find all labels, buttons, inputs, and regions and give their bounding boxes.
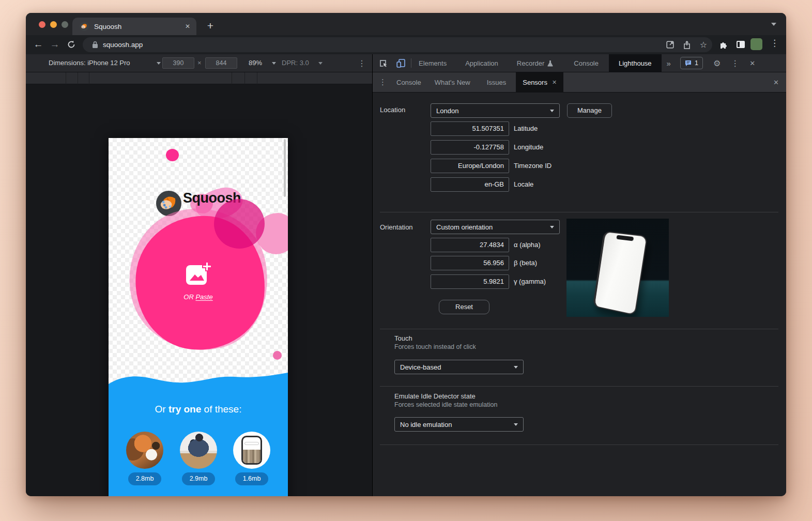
tab-elements[interactable]: Elements	[411, 54, 454, 72]
zoom-window-button[interactable]	[62, 21, 68, 28]
beta-label: β (beta)	[514, 256, 537, 270]
demo-size-badge[interactable]: 2.9mb	[182, 472, 215, 485]
demo-image-phone-screenshot[interactable]	[233, 432, 270, 469]
squoosh-logo: Squoosh	[109, 163, 288, 194]
drawer-tab-sensors[interactable]: Sensors ✕	[516, 72, 563, 93]
experiment-flask-icon	[547, 60, 553, 67]
manage-locations-button[interactable]: Manage	[567, 103, 612, 118]
gamma-input[interactable]: 5.9821	[431, 274, 509, 289]
device-toolbar-menu-icon[interactable]: ⋮	[358, 58, 366, 68]
device-ruler	[26, 72, 372, 84]
orientation-preset-select[interactable]: Custom orientation	[431, 220, 560, 234]
latitude-input[interactable]: 51.507351	[431, 121, 509, 136]
tab-search-chevron-icon[interactable]	[771, 23, 776, 26]
orientation-preset-value: Custom orientation	[436, 223, 493, 231]
or-paste-label: OR Paste	[109, 293, 288, 301]
location-section-label: Location	[380, 106, 405, 114]
devtools-tabbar: Elements Application Recorder Console Li…	[373, 54, 786, 72]
demo-section: Or try one of these: 2.8mb 2.9mb 1.6mb	[109, 385, 288, 496]
close-window-button[interactable]	[39, 21, 45, 28]
devtools-settings-gear-icon[interactable]: ⚙	[713, 58, 721, 68]
browser-toolbar: ← → squoosh.app	[26, 35, 786, 54]
browser-window: Squoosh ✕ + ← → squoosh.app	[26, 13, 786, 496]
page-area: Dimensions: iPhone 12 Pro 390 × 844 89% …	[26, 54, 372, 496]
demo-image-red-panda[interactable]	[126, 432, 163, 469]
tab-application[interactable]: Application	[458, 54, 505, 72]
bookmark-star-icon[interactable]: ☆	[700, 40, 707, 50]
devtools-menu-icon[interactable]: ⋮	[731, 58, 739, 68]
drawer-tabbar: ⋮ Console What's New Issues Sensors ✕ ✕	[373, 72, 786, 93]
more-tabs-button[interactable]: »	[667, 59, 671, 68]
drawer-tab-console[interactable]: Console	[390, 72, 428, 93]
dpr-caret-icon	[318, 62, 323, 65]
add-image-icon[interactable]	[185, 261, 212, 287]
blue-wave	[109, 372, 288, 386]
reload-button[interactable]	[64, 37, 79, 52]
zoom-selector[interactable]: 89%	[249, 59, 262, 67]
share-icon[interactable]	[683, 41, 691, 49]
drawer-close-icon[interactable]: ✕	[773, 79, 779, 86]
new-tab-button[interactable]: +	[204, 19, 217, 33]
viewport-height-input[interactable]: 844	[205, 57, 237, 69]
demo-image-illustration[interactable]	[180, 432, 217, 469]
alpha-label: α (alpha)	[514, 238, 541, 252]
touch-select[interactable]: Device-based	[394, 360, 524, 374]
idle-description: Forces selected idle state emulation	[394, 401, 497, 408]
section-divider	[380, 386, 778, 387]
demo-size-badge[interactable]: 1.6mb	[235, 472, 268, 485]
location-preset-value: London	[436, 107, 458, 115]
toggle-device-toolbar-icon[interactable]	[396, 59, 406, 68]
try-bold: try one	[168, 404, 201, 415]
devtools-close-icon[interactable]: ✕	[749, 59, 755, 67]
device-dimensions-selector[interactable]: Dimensions: iPhone 12 Pro	[49, 59, 130, 67]
try-suffix: of these:	[201, 404, 241, 415]
extensions-puzzle-icon[interactable]	[719, 40, 728, 49]
minimize-window-button[interactable]	[50, 21, 57, 28]
beta-input[interactable]: 56.956	[431, 256, 509, 270]
reload-icon	[67, 40, 75, 49]
zoom-caret-icon	[272, 62, 276, 65]
timezone-input[interactable]: Europe/London	[431, 159, 509, 173]
browser-menu-icon[interactable]: ⋮	[770, 38, 779, 49]
tab-recorder[interactable]: Recorder	[510, 54, 560, 72]
demo-size-badge[interactable]: 2.8mb	[128, 472, 161, 485]
section-divider	[380, 212, 778, 212]
locale-input[interactable]: en-GB	[431, 177, 509, 192]
tab-strip: Squoosh ✕ +	[26, 13, 786, 35]
side-panel-icon[interactable]	[737, 41, 745, 48]
paste-button[interactable]: Paste	[195, 293, 212, 301]
longitude-input[interactable]: -0.127758	[431, 140, 509, 155]
profile-avatar[interactable]	[750, 38, 762, 50]
idle-select[interactable]: No idle emulation	[394, 417, 524, 432]
try-one-heading: Or try one of these:	[109, 404, 288, 415]
alpha-input[interactable]: 27.4834	[431, 238, 509, 252]
sensors-tab-close-icon[interactable]: ✕	[552, 72, 557, 93]
drawer-tab-whats-new[interactable]: What's New	[428, 72, 477, 93]
device-toolbar: Dimensions: iPhone 12 Pro 390 × 844 89% …	[26, 54, 372, 72]
issues-counter-button[interactable]: 1	[680, 57, 703, 69]
tab-recorder-label: Recorder	[517, 54, 544, 72]
tab-console[interactable]: Console	[566, 54, 606, 72]
forward-button[interactable]: →	[48, 37, 62, 52]
longitude-label: Longitude	[514, 140, 543, 155]
back-button[interactable]: ←	[31, 37, 45, 52]
devtools-pane: Elements Application Recorder Console Li…	[372, 54, 786, 496]
viewport-width-input[interactable]: 390	[162, 57, 194, 69]
issues-count: 1	[695, 59, 698, 67]
dpr-selector[interactable]: DPR: 3.0	[282, 59, 309, 67]
or-text: OR	[183, 293, 195, 301]
open-in-new-icon[interactable]	[666, 41, 674, 49]
tab-close-icon[interactable]: ✕	[185, 23, 190, 30]
browser-tab[interactable]: Squoosh ✕	[72, 18, 196, 35]
tab-lighthouse[interactable]: Lighthouse	[609, 54, 662, 72]
app-scrollbar[interactable]	[284, 139, 286, 197]
location-preset-select[interactable]: London	[431, 103, 560, 118]
decor-rose-circle	[214, 199, 265, 249]
inspect-element-icon[interactable]	[379, 59, 388, 68]
squoosh-favicon-icon	[80, 22, 89, 31]
drawer-tab-issues[interactable]: Issues	[480, 72, 513, 93]
reset-orientation-button[interactable]: Reset	[439, 300, 489, 314]
drawer-menu-icon[interactable]: ⋮	[379, 78, 387, 87]
address-bar[interactable]: squoosh.app ☆	[83, 37, 712, 52]
orientation-phone-preview[interactable]	[566, 219, 669, 317]
